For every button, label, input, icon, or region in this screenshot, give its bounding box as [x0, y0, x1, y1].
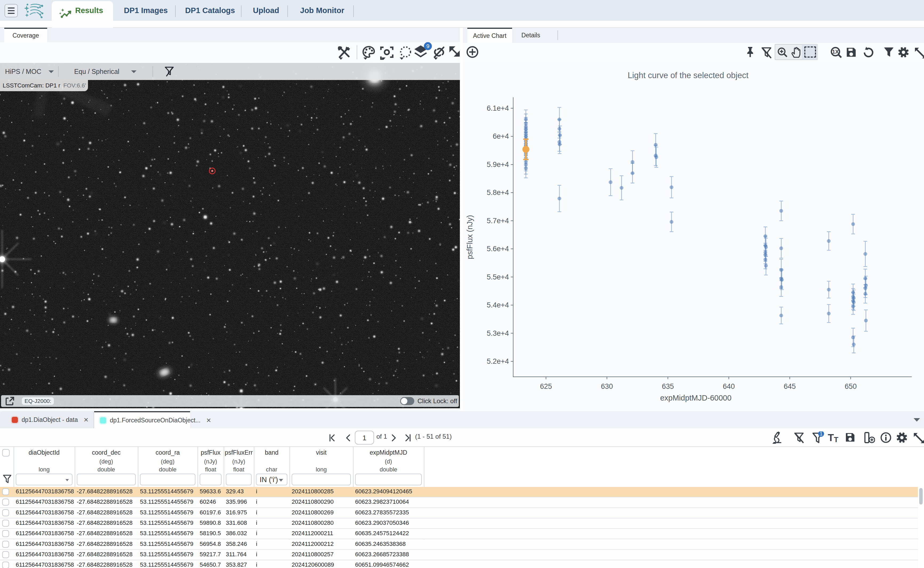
svg-text:650: 650	[844, 382, 856, 390]
svg-text:expMidptMJD-60000: expMidptMJD-60000	[660, 394, 731, 402]
svg-text:5.5e+4: 5.5e+4	[487, 273, 509, 281]
svg-text:635: 635	[662, 382, 674, 390]
svg-text:5.6e+4: 5.6e+4	[487, 245, 509, 253]
svg-text:1: 1	[820, 432, 822, 437]
svg-text:5.4e+4: 5.4e+4	[487, 301, 509, 309]
svg-text:5.2e+4: 5.2e+4	[487, 357, 509, 366]
svg-text:5.7e+4: 5.7e+4	[487, 217, 509, 225]
svg-text:T: T	[828, 432, 834, 443]
svg-text:Light curve of the selected ob: Light curve of the selected object	[627, 71, 749, 80]
svg-text:5.3e+4: 5.3e+4	[487, 329, 509, 337]
svg-text:6e+4: 6e+4	[493, 132, 509, 140]
svg-text:645: 645	[784, 382, 796, 390]
svg-text:630: 630	[601, 382, 613, 390]
svg-text:psfFlux (nJy): psfFlux (nJy)	[466, 215, 474, 259]
svg-text:640: 640	[723, 382, 735, 390]
svg-text:6.1e+4: 6.1e+4	[487, 104, 509, 112]
svg-text:625: 625	[540, 382, 552, 390]
svg-text:5.8e+4: 5.8e+4	[487, 189, 509, 196]
svg-text:T: T	[834, 435, 838, 444]
svg-text:1X: 1X	[832, 48, 839, 55]
svg-text:5.9e+4: 5.9e+4	[487, 160, 509, 169]
